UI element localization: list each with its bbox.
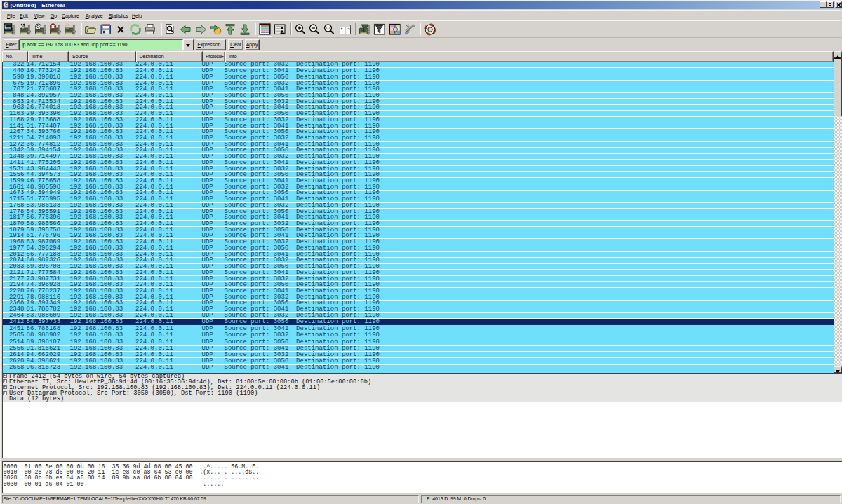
svg-text:1:1: 1:1: [325, 26, 330, 30]
